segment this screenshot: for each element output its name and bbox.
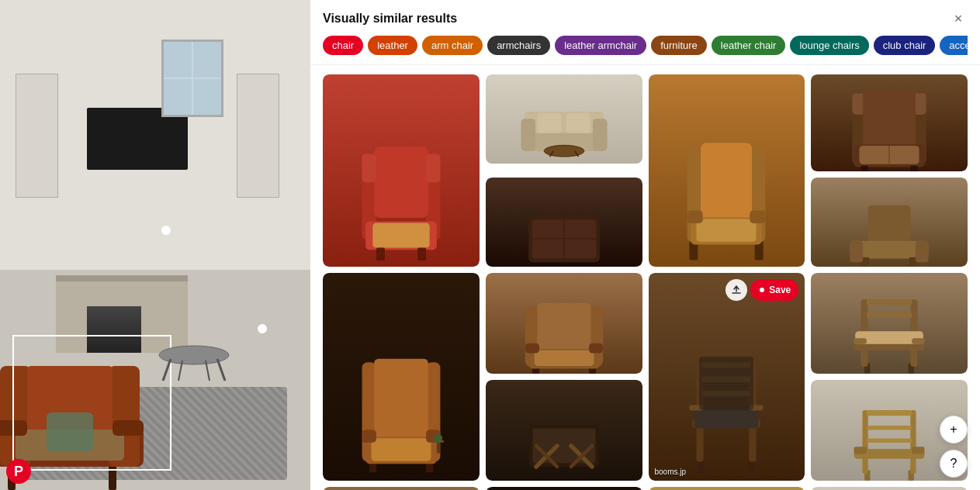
svg-rect-62 <box>916 241 929 263</box>
save-overlay: Save <box>725 279 798 301</box>
tag-club-chair[interactable]: club chair <box>874 36 936 55</box>
svg-rect-61 <box>850 241 864 263</box>
svg-line-11 <box>163 359 171 381</box>
svg-rect-17 <box>374 147 428 218</box>
dot-indicator-1 <box>161 226 171 235</box>
svg-rect-27 <box>593 119 607 151</box>
grid-item[interactable] <box>811 273 968 374</box>
svg-rect-122 <box>912 447 924 454</box>
grid-item[interactable] <box>323 487 480 490</box>
svg-rect-73 <box>437 443 441 454</box>
svg-rect-41 <box>750 210 766 223</box>
svg-rect-8 <box>113 420 144 436</box>
svg-rect-67 <box>374 359 428 440</box>
grid-item[interactable] <box>811 487 968 490</box>
dot-indicator-2 <box>258 324 267 333</box>
pinterest-logo[interactable]: P <box>6 459 31 484</box>
svg-rect-52 <box>911 166 918 171</box>
svg-rect-20 <box>376 248 385 261</box>
tag-accent-chair[interactable]: accent chair <box>940 36 968 55</box>
svg-rect-79 <box>537 303 590 356</box>
svg-rect-25 <box>525 112 604 133</box>
grid-item[interactable] <box>649 74 805 267</box>
grid-item[interactable] <box>486 380 642 481</box>
svg-rect-106 <box>912 338 924 343</box>
svg-rect-83 <box>589 343 603 354</box>
tag-leather-armchair[interactable]: leather armchair <box>555 36 646 55</box>
svg-rect-26 <box>521 119 535 151</box>
svg-rect-9 <box>47 412 93 451</box>
svg-rect-101 <box>867 299 912 305</box>
grid-item[interactable] <box>323 74 480 267</box>
svg-rect-28 <box>537 113 560 133</box>
bottom-actions: + ? <box>940 416 968 478</box>
tag-arm-chair[interactable]: arm chair <box>422 36 483 55</box>
svg-rect-40 <box>687 210 703 223</box>
svg-rect-105 <box>854 338 866 343</box>
svg-rect-1 <box>109 463 116 490</box>
source-label: booms.jp <box>655 468 687 476</box>
svg-rect-81 <box>534 350 594 366</box>
svg-rect-47 <box>863 90 916 154</box>
grid-item[interactable] <box>649 487 805 490</box>
results-panel: Visually similar results × chair leather… <box>310 0 980 490</box>
tag-furniture[interactable]: furniture <box>651 36 707 55</box>
grid-item[interactable] <box>486 74 642 171</box>
grid-item[interactable] <box>486 178 642 267</box>
svg-rect-51 <box>861 166 867 171</box>
svg-rect-102 <box>867 312 912 318</box>
help-button[interactable]: ? <box>940 450 968 478</box>
svg-rect-22 <box>362 154 376 183</box>
svg-rect-70 <box>362 430 376 443</box>
svg-rect-57 <box>868 205 911 244</box>
svg-rect-121 <box>854 447 867 454</box>
tag-leather-chair[interactable]: leather chair <box>712 36 786 55</box>
svg-rect-82 <box>525 343 538 354</box>
svg-line-12 <box>217 359 225 381</box>
tag-lounge-chairs[interactable]: lounge chairs <box>790 36 868 55</box>
svg-rect-39 <box>697 219 757 241</box>
tags-row: chair leather arm chair armchairs leathe… <box>323 36 968 58</box>
grid-item[interactable] <box>486 487 642 490</box>
svg-rect-7 <box>0 420 27 436</box>
svg-rect-95 <box>700 357 754 410</box>
svg-rect-29 <box>566 113 589 133</box>
grid-item[interactable]: Save booms.jp <box>649 273 805 481</box>
svg-rect-92 <box>694 409 759 429</box>
upload-button[interactable] <box>725 279 747 301</box>
save-button[interactable]: Save <box>750 279 798 301</box>
results-grid: Save booms.jp <box>310 65 980 490</box>
svg-rect-118 <box>867 426 912 430</box>
page-title: Visually similar results <box>323 12 457 26</box>
tag-leather[interactable]: leather <box>368 36 417 55</box>
svg-rect-21 <box>417 248 426 261</box>
svg-rect-119 <box>867 438 912 442</box>
zoom-in-button[interactable]: + <box>940 416 968 443</box>
tag-chair[interactable]: chair <box>323 36 363 55</box>
close-button[interactable]: × <box>949 9 968 28</box>
svg-rect-69 <box>371 438 431 461</box>
svg-point-96 <box>760 288 764 292</box>
tag-armchairs[interactable]: armchairs <box>487 36 550 55</box>
results-header: Visually similar results × chair leather… <box>310 0 980 65</box>
svg-rect-37 <box>701 143 752 221</box>
grid-item[interactable] <box>486 273 642 374</box>
grid-item[interactable] <box>323 273 480 481</box>
grid-item[interactable] <box>811 178 968 267</box>
main-image-panel: P <box>0 0 310 490</box>
svg-rect-117 <box>867 410 912 416</box>
svg-rect-19 <box>372 223 429 247</box>
grid-item[interactable] <box>811 74 968 171</box>
svg-point-74 <box>434 434 442 443</box>
svg-rect-23 <box>426 154 440 183</box>
